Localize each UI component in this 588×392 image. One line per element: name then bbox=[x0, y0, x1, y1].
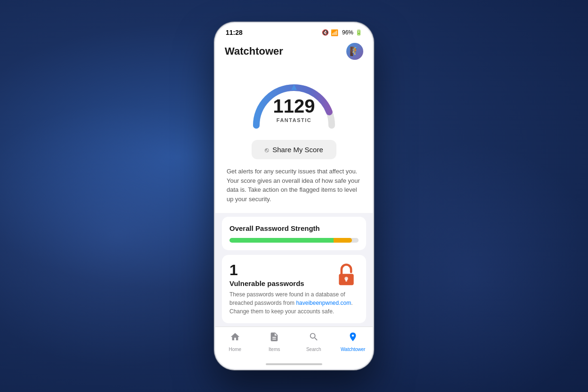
gauge-section: 1129 FANTASTIC ⎋ Share My Score Get aler… bbox=[215, 66, 373, 213]
home-bar bbox=[266, 363, 322, 365]
share-button-label: Share My Score bbox=[272, 146, 323, 154]
vuln-left: 1 Vulnerable passwords bbox=[229, 262, 334, 287]
svg-rect-3 bbox=[345, 278, 347, 281]
password-strength-title: Overall Password Strength bbox=[229, 224, 359, 232]
share-icon: ⎋ bbox=[265, 146, 269, 154]
header: Watchtower 🧗 bbox=[215, 39, 373, 66]
bottom-nav: Home Items Search bbox=[215, 327, 373, 361]
status-bar: 11:28 🔇 📶 96% 🔋 bbox=[215, 23, 373, 39]
home-indicator bbox=[215, 361, 373, 369]
gauge-container: 1129 FANTASTIC bbox=[247, 71, 341, 132]
gauge-score: 1129 FANTASTIC bbox=[273, 97, 315, 124]
nav-label-home: Home bbox=[229, 347, 241, 352]
strength-bar-fill bbox=[229, 238, 352, 243]
items-icon bbox=[269, 332, 279, 345]
battery-icon: 🔋 bbox=[355, 29, 362, 36]
vuln-link[interactable]: haveibeenpwned.com bbox=[296, 300, 351, 306]
lock-icon bbox=[336, 263, 356, 286]
phone-screen: 11:28 🔇 📶 96% 🔋 Watchtower 🧗 bbox=[215, 23, 373, 369]
avatar-image: 🧗 bbox=[350, 46, 360, 57]
nav-item-search[interactable]: Search bbox=[300, 332, 328, 352]
search-nav-icon bbox=[309, 332, 319, 345]
wifi-icon: 📶 bbox=[331, 29, 338, 36]
nav-label-watchtower: Watchtower bbox=[341, 347, 365, 352]
vuln-header: 1 Vulnerable passwords bbox=[229, 262, 359, 287]
gauge-label: FANTASTIC bbox=[277, 117, 311, 123]
battery-percent: 96% bbox=[342, 29, 353, 36]
vuln-description: These passwords were found in a database… bbox=[229, 290, 359, 316]
strength-bar-container bbox=[229, 238, 359, 243]
gauge-number: 1129 bbox=[273, 97, 315, 115]
phone-frame: 11:28 🔇 📶 96% 🔋 Watchtower 🧗 bbox=[214, 22, 374, 370]
nav-item-items[interactable]: Items bbox=[260, 332, 288, 352]
password-strength-card[interactable]: Overall Password Strength bbox=[222, 217, 366, 250]
lock-icon-container bbox=[334, 262, 359, 287]
page-title: Watchtower bbox=[225, 45, 283, 57]
vulnerable-passwords-card[interactable]: 1 Vulnerable passwords bbox=[222, 255, 366, 323]
description-text: Get alerts for any security issues that … bbox=[225, 167, 363, 204]
mute-icon: 🔇 bbox=[322, 29, 329, 36]
main-content: 1129 FANTASTIC ⎋ Share My Score Get aler… bbox=[215, 66, 373, 327]
watchtower-nav-icon bbox=[348, 332, 358, 345]
nav-item-home[interactable]: Home bbox=[221, 332, 249, 352]
vuln-count: 1 bbox=[229, 262, 334, 278]
share-button[interactable]: ⎋ Share My Score bbox=[252, 140, 336, 159]
avatar[interactable]: 🧗 bbox=[346, 43, 363, 60]
nav-label-search: Search bbox=[306, 347, 321, 352]
status-time: 11:28 bbox=[226, 29, 243, 36]
vuln-title: Vulnerable passwords bbox=[229, 279, 334, 287]
nav-item-watchtower[interactable]: Watchtower bbox=[339, 332, 367, 352]
nav-label-items: Items bbox=[269, 347, 280, 352]
status-icons: 🔇 📶 96% 🔋 bbox=[322, 29, 362, 36]
home-icon bbox=[230, 332, 240, 345]
